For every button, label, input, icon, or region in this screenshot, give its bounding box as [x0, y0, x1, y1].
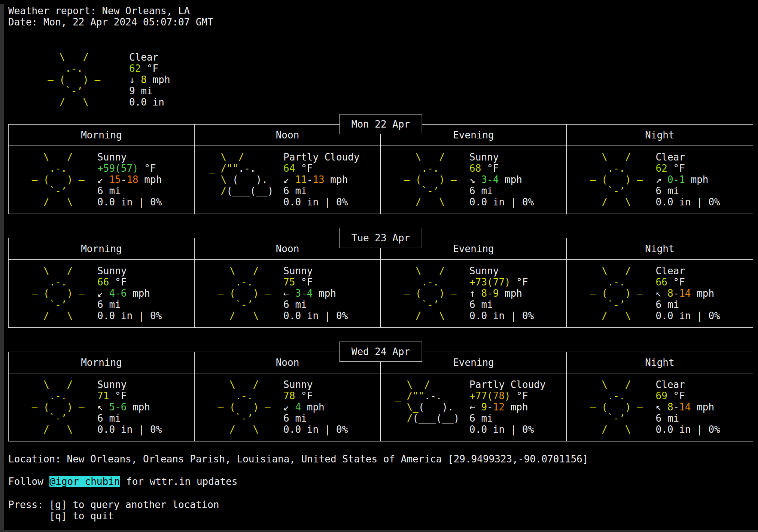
- column-header-night: Night: [567, 238, 753, 260]
- forecast-cell-night: \ / .-. — ( ) — `-’ / \Clear69 °F↖ 8-14 …: [567, 373, 753, 441]
- cell-art-column: \ / .-. — ( ) — `-’ / \: [381, 152, 468, 214]
- weather-info-line: +59(57) °F: [97, 163, 194, 174]
- sunny-ascii-art-icon: \ / .-. — ( ) — `-’ / \: [206, 379, 270, 441]
- weather-info-line: ↙ 11-13 mph: [283, 174, 380, 185]
- current-art-column: \ / .-. — ( ) — `-’ / \: [25, 52, 111, 108]
- weather-info-line: 0.0 in | 0%: [283, 310, 380, 321]
- weather-info-line: Clear: [656, 379, 753, 390]
- sunny-ascii-art-icon: \ / .-. — ( ) — `-’ / \: [20, 265, 84, 327]
- forecast-cell-evening: \ / _ /"".-. \_( ). /(___(__)Partly Clou…: [381, 373, 567, 441]
- weather-info-line: 0.0 in: [129, 97, 170, 108]
- date-label: Mon 22 Apr: [340, 114, 422, 134]
- weather-info-line: 0.0 in | 0%: [97, 310, 194, 321]
- window-edge-bottom: [0, 530, 758, 532]
- column-header-night: Night: [567, 125, 753, 146]
- weather-info-line: 75 °F: [283, 276, 380, 288]
- weather-info-line: ↖ 8-14 mph: [656, 288, 753, 299]
- forecast-cell-morning: \ / .-. — ( ) — `-’ / \Sunny71 °F↖ 5-6 m…: [9, 373, 195, 441]
- current-info-column: Clear62 °F↓ 8 mph9 mi0.0 in: [129, 52, 170, 108]
- weather-info-line: Sunny: [469, 152, 566, 163]
- weather-info-line: Partly Cloudy: [469, 379, 566, 390]
- cell-art-column: \ / .-. — ( ) — `-’ / \: [567, 265, 654, 327]
- weather-info-line: 6 mi: [283, 299, 380, 310]
- weather-info-line: 0.0 in | 0%: [656, 424, 753, 435]
- sunny-ascii-art-icon: \ / .-. — ( ) — `-’ / \: [392, 265, 456, 327]
- twitter-handle-link[interactable]: @igor_chubin: [49, 476, 121, 487]
- forecast-cell-morning: \ / .-. — ( ) — `-’ / \Sunny+59(57) °F↙ …: [9, 146, 195, 214]
- forecast-table: MorningNoonEveningNight \ / .-. — ( ) — …: [8, 124, 753, 214]
- cell-info-column: Clear66 °F↖ 8-14 mph6 mi0.0 in | 0%: [654, 265, 753, 327]
- weather-info-line: 78 °F: [283, 390, 380, 401]
- weather-info-line: 69 °F: [656, 390, 753, 401]
- follow-prefix: Follow: [8, 476, 49, 487]
- weather-info-line: 0.0 in | 0%: [469, 424, 566, 435]
- partly-ascii-art-icon: \ / _ /"".-. \_( ). /(___(__): [389, 379, 460, 441]
- weather-info-line: ↘ 3-4 mph: [469, 174, 566, 185]
- weather-info-line: ↙ 4-6 mph: [97, 288, 194, 299]
- cell-art-column: \ / .-. — ( ) — `-’ / \: [195, 265, 282, 327]
- weather-info-line: ↙ 4 mph: [283, 401, 380, 413]
- weather-info-line: 6 mi: [97, 185, 194, 196]
- cell-info-column: Partly Cloudy64 °F↙ 11-13 mph6 mi0.0 in …: [282, 152, 380, 214]
- forecast-tables: Mon 22 AprMorningNoonEveningNight \ / .-…: [8, 124, 753, 441]
- weather-info-line: Sunny: [469, 265, 566, 276]
- weather-info-line: 0.0 in | 0%: [656, 196, 753, 208]
- date-label: Tue 23 Apr: [340, 228, 422, 248]
- weather-info-line: 66 °F: [656, 276, 753, 288]
- forecast-cell-noon: \ / .-. — ( ) — `-’ / \Sunny75 °F← 3-4 m…: [195, 260, 381, 327]
- weather-info-line: Sunny: [97, 265, 194, 276]
- location-line: Location: New Orleans, Orleans Parish, L…: [8, 453, 753, 465]
- report-title: Weather report: New Orleans, LA: [8, 5, 753, 16]
- forecast-cell-evening: \ / .-. — ( ) — `-’ / \Sunny68 °F↘ 3-4 m…: [381, 146, 567, 214]
- weather-info-line: ↙ 15-18 mph: [97, 174, 194, 185]
- weather-info-line: 0.0 in | 0%: [469, 196, 566, 208]
- weather-info-line: ↑ 8-9 mph: [469, 288, 566, 299]
- current-conditions: \ / .-. — ( ) — `-’ / \ Clear62 °F↓ 8 mp…: [8, 52, 753, 108]
- weather-info-line: Clear: [656, 265, 753, 276]
- weather-info-line: 0.0 in | 0%: [283, 424, 380, 435]
- weather-info-line: 9 mi: [129, 85, 170, 97]
- forecast-day-section: Tue 23 AprMorningNoonEveningNight \ / .-…: [8, 238, 753, 328]
- weather-info-line: 0.0 in | 0%: [469, 310, 566, 321]
- weather-info-line: Sunny: [283, 379, 380, 390]
- hint-quit: [q] to quit: [8, 510, 753, 522]
- forecast-day-section: Wed 24 AprMorningNoonEveningNight \ / .-…: [8, 352, 753, 441]
- weather-info-line: 6 mi: [656, 299, 753, 310]
- weather-info-line: 6 mi: [283, 413, 380, 424]
- sunny-ascii-art-icon: \ / .-. — ( ) — `-’ / \: [578, 379, 643, 441]
- forecast-table: MorningNoonEveningNight \ / .-. — ( ) — …: [8, 238, 753, 328]
- weather-info-line: 6 mi: [283, 185, 380, 196]
- cell-art-column: \ / .-. — ( ) — `-’ / \: [9, 379, 96, 441]
- cell-info-column: Sunny75 °F← 3-4 mph6 mi0.0 in | 0%: [282, 265, 380, 327]
- keyboard-hints: Press: [g] to query another location [q]…: [8, 499, 753, 522]
- report-date: Date: Mon, 22 Apr 2024 05:07:07 GMT: [8, 16, 753, 28]
- weather-info-line: 6 mi: [656, 185, 753, 196]
- weather-info-line: 0.0 in | 0%: [656, 310, 753, 321]
- cell-info-column: Clear69 °F↖ 8-14 mph6 mi0.0 in | 0%: [654, 379, 753, 441]
- weather-info-line: 62 °F: [656, 163, 753, 174]
- weather-info-line: 64 °F: [283, 163, 380, 174]
- forecast-cell-evening: \ / .-. — ( ) — `-’ / \Sunny+73(77) °F↑ …: [381, 260, 567, 327]
- sunny-ascii-art-icon: \ / .-. — ( ) — `-’ / \: [36, 52, 100, 108]
- cell-info-column: Sunny+73(77) °F↑ 8-9 mph6 mi0.0 in | 0%: [468, 265, 566, 327]
- column-header-morning: Morning: [9, 125, 195, 146]
- partly-ascii-art-icon: \ / _ /"".-. \_( ). /(___(__): [203, 152, 274, 214]
- weather-info-line: ← 9-12 mph: [469, 401, 566, 413]
- terminal-screen: Weather report: New Orleans, LA Date: Mo…: [0, 0, 758, 522]
- follow-suffix: for wttr.in updates: [120, 476, 237, 487]
- weather-info-line: Partly Cloudy: [283, 152, 380, 163]
- cell-info-column: Sunny71 °F↖ 5-6 mph6 mi0.0 in | 0%: [96, 379, 194, 441]
- weather-info-line: 66 °F: [97, 276, 194, 288]
- sunny-ascii-art-icon: \ / .-. — ( ) — `-’ / \: [20, 152, 84, 214]
- weather-info-line: 62 °F: [129, 63, 170, 74]
- forecast-cell-night: \ / .-. — ( ) — `-’ / \Clear66 °F↖ 8-14 …: [567, 260, 753, 327]
- weather-info-line: 6 mi: [469, 413, 566, 424]
- weather-info-line: 68 °F: [469, 163, 566, 174]
- cell-info-column: Clear62 °F↗ 0-1 mph6 mi0.0 in | 0%: [654, 152, 753, 214]
- cell-art-column: \ / .-. — ( ) — `-’ / \: [567, 152, 654, 214]
- forecast-cell-morning: \ / .-. — ( ) — `-’ / \Sunny66 °F↙ 4-6 m…: [9, 260, 195, 327]
- cell-art-column: \ / _ /"".-. \_( ). /(___(__): [195, 152, 282, 214]
- weather-info-line: ← 3-4 mph: [283, 288, 380, 299]
- weather-info-line: Sunny: [283, 265, 380, 276]
- weather-info-line: Sunny: [97, 152, 194, 163]
